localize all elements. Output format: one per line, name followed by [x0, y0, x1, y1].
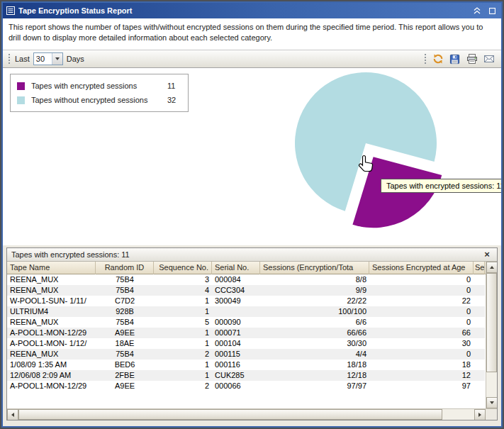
table-cell: 1: [154, 360, 212, 370]
legend-item-without-encrypted[interactable]: Tapes without encrypted sessions 32: [17, 93, 181, 107]
table-cell: 2: [154, 381, 212, 391]
table-row[interactable]: REENA_MUX75B450000906/60: [7, 317, 485, 328]
legend-item-encrypted[interactable]: Tapes with encrypted sessions 11: [17, 79, 181, 93]
period-suffix-label: Days: [67, 55, 84, 63]
toolbar: Last 30 Days: [3, 50, 501, 68]
table-cell: BED6: [96, 360, 154, 370]
column-header[interactable]: Sequence No.: [154, 262, 212, 274]
table-cell: 1: [154, 296, 212, 306]
table-cell: 30/30: [260, 338, 369, 349]
table-cell: 300049: [212, 296, 260, 306]
scrollbar-corner: [486, 409, 497, 420]
scroll-down-icon[interactable]: [486, 397, 497, 408]
table-cell: [474, 349, 485, 360]
table-cell: 1: [154, 338, 212, 349]
scroll-right-icon[interactable]: [474, 409, 486, 420]
table-cell: 1/08/09 1:35 AM: [7, 360, 96, 370]
table-cell: 0: [369, 274, 474, 285]
toolbar-grip: [9, 54, 10, 64]
table-cell: A9EE: [96, 381, 154, 391]
table-cell: [474, 306, 485, 317]
table-cell: 0: [369, 349, 474, 360]
table-body: REENA_MUX75B430000848/80REENA_MUX75B44CC…: [7, 274, 486, 408]
title-bar: Tape Encryption Status Report: [3, 3, 501, 18]
scroll-up-icon[interactable]: [486, 262, 497, 273]
maximize-icon[interactable]: [486, 6, 498, 16]
column-header[interactable]: Random ID: [96, 262, 154, 274]
legend-value: 11: [167, 82, 181, 90]
vertical-scroll-thumb[interactable]: [486, 273, 497, 372]
dropdown-arrow-icon[interactable]: [52, 53, 62, 65]
table-row[interactable]: ULTRIUM4928B1100/1000: [7, 306, 485, 317]
table-cell: 18/18: [260, 360, 369, 370]
table-row[interactable]: A-POOL1-MON- 1/12/18AE100010430/3030: [7, 338, 485, 349]
scroll-left-icon[interactable]: [7, 409, 18, 420]
table-cell: 8/8: [260, 274, 369, 285]
chart-area: Tapes with encrypted sessions 11 Tapes w…: [3, 68, 501, 245]
table-cell: 4/4: [260, 349, 369, 360]
horizontal-scroll-thumb[interactable]: [18, 409, 442, 420]
table-cell: [474, 338, 485, 349]
table-cell: ULTRIUM4: [7, 306, 96, 317]
table-cell: W-POOL1-SUN- 1/11/: [7, 296, 96, 306]
table-row[interactable]: A-POOL1-MON-12/29A9EE200006697/9797: [7, 381, 485, 391]
table-row[interactable]: A-POOL1-MON-12/29A9EE100007166/6666: [7, 328, 485, 338]
column-header[interactable]: Sess: [474, 262, 485, 274]
table-cell: A9EE: [96, 328, 154, 338]
table-cell: 000090: [212, 317, 260, 328]
column-header[interactable]: Sessions Encrypted at Age: [369, 262, 474, 274]
period-dropdown-value: 30: [34, 53, 52, 65]
close-icon[interactable]: ×: [481, 249, 493, 260]
table-row[interactable]: 1/08/09 1:35 AMBED6100011618/1818: [7, 360, 485, 370]
column-header[interactable]: Tape Name: [7, 262, 96, 274]
table-header-row: Tape NameRandom IDSequence No.Serial No.…: [7, 262, 486, 274]
horizontal-scrollbar[interactable]: [7, 408, 497, 420]
table-cell: [474, 381, 485, 391]
table-cell: 97/97: [260, 381, 369, 391]
table-row[interactable]: REENA_MUX75B420001154/40: [7, 349, 485, 360]
detail-panel: Tapes with encrypted sessions: 11 × Tape…: [6, 247, 498, 420]
table-row[interactable]: REENA_MUX75B44CCC3049/90: [7, 285, 485, 296]
toolbar-icons-grip: [425, 54, 426, 64]
table-cell: 75B4: [96, 317, 154, 328]
print-icon[interactable]: [465, 52, 478, 66]
horizontal-scroll-track[interactable]: [18, 409, 474, 420]
table-cell: 000115: [212, 349, 260, 360]
chart-legend: Tapes with encrypted sessions 11 Tapes w…: [10, 74, 189, 112]
detail-panel-wrap: Tapes with encrypted sessions: 11 × Tape…: [3, 245, 501, 426]
vertical-scrollbar[interactable]: [486, 262, 497, 408]
column-header[interactable]: Sessions (Encryption/Tota: [260, 262, 369, 274]
vertical-scroll-track[interactable]: [486, 273, 497, 397]
table-cell: 1: [154, 306, 212, 317]
hand-cursor-icon: [357, 155, 374, 177]
table-cell: 2FBE: [96, 370, 154, 381]
table-cell: 66/66: [260, 328, 369, 338]
column-header[interactable]: Serial No.: [212, 262, 260, 274]
refresh-icon[interactable]: [431, 52, 444, 66]
legend-label: Tapes with encrypted sessions: [31, 82, 167, 90]
table-row[interactable]: REENA_MUX75B430000848/80: [7, 274, 485, 285]
table-cell: 22: [369, 296, 474, 306]
detail-panel-header: Tapes with encrypted sessions: 11 ×: [7, 248, 497, 262]
table-row[interactable]: 12/06/08 2:09 AM2FBE1CUK28512/1812: [7, 370, 485, 381]
table-cell: 928B: [96, 306, 154, 317]
save-icon[interactable]: [448, 52, 461, 66]
table-row[interactable]: W-POOL1-SUN- 1/11/C7D2130004922/2222: [7, 296, 485, 306]
table-cell: 18AE: [96, 338, 154, 349]
table-cell: 97: [369, 381, 474, 391]
table-cell: REENA_MUX: [7, 349, 96, 360]
table-cell: 9/9: [260, 285, 369, 296]
table-cell: [474, 360, 485, 370]
detail-table: Tape NameRandom IDSequence No.Serial No.…: [7, 262, 486, 408]
table-cell: 75B4: [96, 285, 154, 296]
table-cell: 12/18: [260, 370, 369, 381]
legend-swatch-without-encrypted: [17, 96, 25, 104]
table-cell: 3: [154, 274, 212, 285]
table-cell: 0: [369, 317, 474, 328]
table-cell: [212, 306, 260, 317]
period-dropdown[interactable]: 30: [33, 52, 63, 65]
table-cell: A-POOL1-MON-12/29: [7, 381, 96, 391]
table-cell: 0: [369, 306, 474, 317]
email-icon[interactable]: [482, 52, 495, 66]
collapse-icon[interactable]: [471, 6, 483, 16]
